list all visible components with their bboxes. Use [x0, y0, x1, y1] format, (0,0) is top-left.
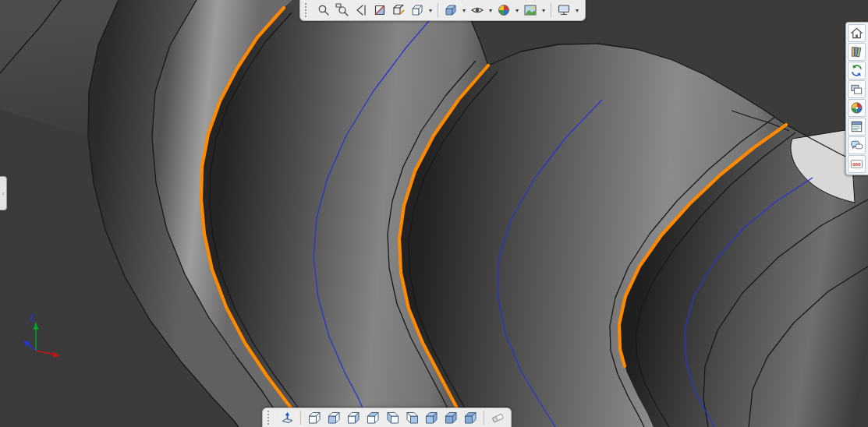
toolbar-separator: [438, 3, 438, 17]
apply-scene-button[interactable]: [522, 2, 539, 19]
task-pane-tabs: 000: [845, 22, 868, 175]
counter-label: 000: [852, 161, 861, 167]
scene-icon: [523, 3, 537, 17]
view-cube-6-button[interactable]: [403, 409, 420, 426]
task-pane-view-palette-tab[interactable]: [848, 80, 866, 98]
view-cube-dimetric-icon: [444, 411, 459, 425]
task-pane-design-library-tab[interactable]: [848, 43, 866, 61]
view-cube-top-shaded-icon: [366, 411, 381, 425]
view-palette-icon: [849, 82, 864, 97]
zoom-to-area-button[interactable]: [334, 2, 351, 19]
properties-list-icon: [849, 119, 864, 134]
home-icon: [849, 26, 864, 41]
view-settings-button[interactable]: [555, 2, 572, 19]
view-cube-4-button[interactable]: [364, 409, 381, 426]
eraser-icon: [491, 411, 505, 425]
view-cube-3-button[interactable]: [345, 409, 362, 426]
view-cube-5-button[interactable]: [384, 409, 401, 426]
view-cube-front-shaded-icon: [327, 411, 342, 425]
view-cube-9-button[interactable]: [462, 409, 479, 426]
view-orientation-icon: [410, 3, 424, 17]
counter-badge-icon: 000: [849, 157, 864, 171]
triad-z-axis: [23, 341, 36, 351]
monitor-icon: [557, 3, 571, 17]
display-style-icon: [444, 3, 458, 17]
display-style-dropdown-arrow[interactable]: ▾: [461, 7, 467, 14]
triad-y-axis: [34, 322, 39, 351]
chat-bubbles-icon: [849, 138, 864, 153]
triad-x-axis: [36, 351, 60, 358]
task-pane-home-tab[interactable]: [848, 24, 866, 42]
previous-view-button[interactable]: [353, 2, 370, 19]
heads-up-toolbar: ▾ ▾ ▾ ▾: [299, 0, 586, 21]
view-orientation-button[interactable]: [409, 2, 426, 19]
previous-view-icon: [354, 3, 368, 17]
normal-to-icon: [280, 411, 295, 425]
hide-show-items-button[interactable]: [469, 2, 486, 19]
view-cube-back-icon: [385, 411, 400, 425]
view-cube-bottom-icon: [405, 411, 420, 425]
zoom-area-icon: [335, 3, 349, 17]
view-cube-iso-icon: [424, 411, 439, 425]
task-pane-custom-properties-tab[interactable]: [848, 118, 866, 136]
application-window: Z: [0, 0, 868, 427]
view-orientation-dropdown-arrow[interactable]: ▾: [427, 7, 434, 14]
view-toolbar-separator: [300, 411, 301, 425]
annotation-views-button[interactable]: [390, 2, 407, 19]
refresh-arrows-icon: [849, 63, 864, 78]
toolbar-grip[interactable]: [305, 3, 311, 17]
eye-icon: [470, 3, 484, 17]
view-cube-7-button[interactable]: [423, 409, 440, 426]
3d-viewport[interactable]: [0, 0, 868, 427]
apply-scene-dropdown-arrow[interactable]: ▾: [540, 7, 547, 14]
annotation-views-icon: [391, 3, 406, 17]
toolbar-separator: [551, 3, 551, 17]
view-cube-1-button[interactable]: [306, 409, 323, 426]
task-pane-forum-tab[interactable]: [848, 136, 866, 154]
coordinate-triad: Z: [19, 310, 73, 365]
display-style-button[interactable]: [442, 2, 459, 19]
task-pane-counter-tab[interactable]: 000: [848, 155, 866, 173]
view-cube-trimetric-icon: [463, 411, 478, 425]
edit-appearance-dropdown-arrow[interactable]: ▾: [514, 7, 520, 14]
view-cube-front-icon: [307, 411, 322, 425]
design-library-icon: [849, 44, 864, 59]
view-toolbar-grip[interactable]: [267, 411, 274, 425]
appearances-ball-icon: [849, 101, 864, 115]
eraser-button[interactable]: [489, 409, 506, 426]
task-pane-file-explorer-tab[interactable]: [848, 62, 866, 79]
section-view-button[interactable]: [371, 2, 388, 19]
appearance-ball-icon: [497, 3, 511, 17]
zoom-to-fit-button[interactable]: [315, 2, 332, 19]
panel-collapse-tab[interactable]: ‹: [0, 176, 7, 210]
view-cube-2-button[interactable]: [325, 409, 342, 426]
view-selector-toolbar: [262, 408, 512, 427]
normal-to-button[interactable]: [278, 409, 296, 426]
view-cube-side-shaded-icon: [346, 411, 361, 425]
section-view-icon: [373, 3, 387, 17]
hide-show-dropdown-arrow[interactable]: ▾: [487, 7, 494, 14]
triad-z-label: Z: [30, 313, 35, 323]
zoom-fit-icon: [317, 3, 331, 17]
view-cube-8-button[interactable]: [442, 409, 459, 426]
view-toolbar-separator: [484, 411, 484, 425]
view-settings-dropdown-arrow[interactable]: ▾: [574, 7, 580, 14]
edit-appearance-button[interactable]: [495, 2, 512, 19]
task-pane-appearances-tab[interactable]: [848, 99, 866, 117]
